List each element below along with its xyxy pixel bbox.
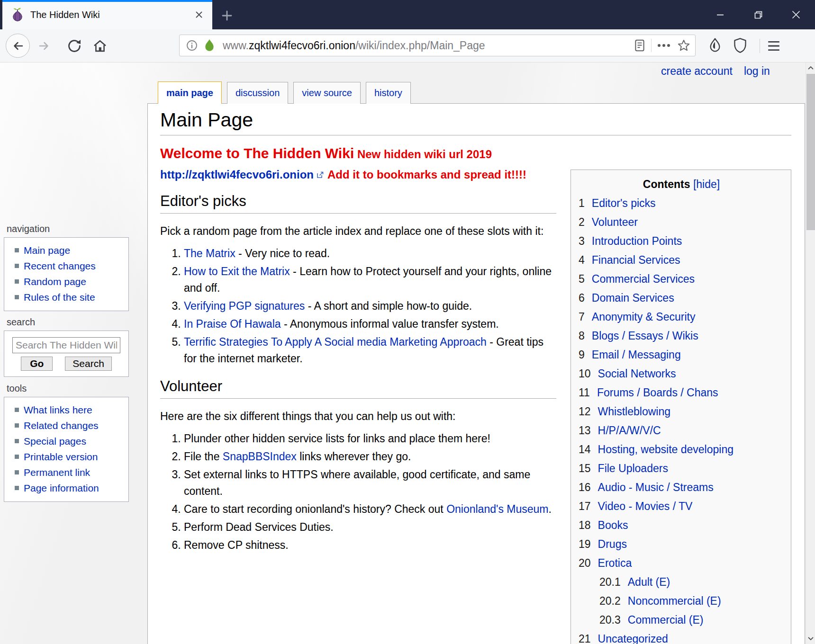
item-link[interactable]: The Matrix xyxy=(184,247,235,259)
toc-link[interactable]: Introduction Points xyxy=(592,235,682,247)
toc-link[interactable]: Anonymity & Security xyxy=(592,311,696,323)
url-prefix: www. xyxy=(223,39,249,52)
toc-link[interactable]: Commercial (E) xyxy=(628,614,704,626)
section-heading-editors-picks: Editor's picks xyxy=(160,192,556,214)
navigation-link[interactable]: Recent changes xyxy=(24,260,96,271)
create-account-link[interactable]: create account xyxy=(661,65,733,78)
tools-link[interactable]: Printable version xyxy=(24,451,98,462)
bookmark-star-icon[interactable] xyxy=(677,39,690,52)
toc-link[interactable]: Video - Movies / TV xyxy=(598,500,693,512)
minimize-button[interactable] xyxy=(701,0,739,29)
scrollbar-down-icon[interactable] xyxy=(806,634,815,644)
toc-item: 9Email / Messaging xyxy=(579,345,784,364)
browser-titlebar: The Hidden Wiki xyxy=(0,0,815,29)
url-path: /wiki/index.php/Main_Page xyxy=(355,39,485,52)
toc-link[interactable]: Editor's picks xyxy=(592,197,656,209)
home-button[interactable] xyxy=(92,38,108,54)
toc-link[interactable]: H/P/A/W/V/C xyxy=(598,424,661,437)
url-bar[interactable]: www.zqktlwi4fecvo6ri.onion/wiki/index.ph… xyxy=(179,35,696,56)
toc-link[interactable]: Books xyxy=(598,519,628,531)
scrollbar-up-icon[interactable] xyxy=(806,63,815,72)
toc-item: 14Hosting, website developing xyxy=(579,440,784,459)
browser-tab[interactable]: The Hidden Wiki xyxy=(2,0,212,29)
tools-link[interactable]: What links here xyxy=(24,404,92,415)
tools-link[interactable]: Related changes xyxy=(24,420,99,431)
toc-number: 1 xyxy=(579,197,585,209)
toc-link[interactable]: Drugs xyxy=(598,538,627,550)
toc-link[interactable]: Erotica xyxy=(598,557,632,569)
hidden-wiki-url-link[interactable]: http://zqktlwi4fecvo6ri.onion xyxy=(160,168,314,181)
toc-link[interactable]: Blogs / Essays / Wikis xyxy=(592,330,698,342)
toc-number: 20.2 xyxy=(599,595,621,607)
toc-number: 21 xyxy=(579,633,591,644)
sidebar-tools: tools What links here Related changes Sp… xyxy=(4,383,129,502)
tab-close-icon[interactable] xyxy=(192,8,206,21)
navigation-link[interactable]: Random page xyxy=(24,276,86,287)
item-link[interactable]: In Praise Of Hawala xyxy=(184,318,281,330)
article-tab[interactable]: main page xyxy=(158,81,222,104)
article-tab[interactable]: view source xyxy=(293,82,361,104)
item-text: Plunder other hidden service lists for l… xyxy=(184,432,490,445)
go-button[interactable]: Go xyxy=(21,357,53,371)
search-input[interactable] xyxy=(12,337,120,353)
toc-link[interactable]: Audio - Music / Streams xyxy=(598,481,714,493)
toc-link[interactable]: Hosting, website developing xyxy=(598,443,734,456)
toc-number: 9 xyxy=(579,349,585,361)
back-button[interactable] xyxy=(6,34,30,58)
menu-hamburger-icon[interactable] xyxy=(767,40,781,52)
tools-link[interactable]: Permanent link xyxy=(24,467,90,478)
welcome-heading: Welcome to The Hidden Wiki New hidden wi… xyxy=(160,145,791,163)
log-in-link[interactable]: log in xyxy=(744,65,770,78)
toc-link[interactable]: Forums / Boards / Chans xyxy=(597,386,718,399)
new-tab-button[interactable] xyxy=(219,8,235,24)
tools-link[interactable]: Page information xyxy=(24,483,99,493)
forward-button[interactable] xyxy=(36,38,52,54)
item-link[interactable]: Verifying PGP signatures xyxy=(184,300,305,312)
toc-link[interactable]: Commercial Services xyxy=(592,273,695,285)
personal-bar: create account log in xyxy=(661,65,770,78)
toc-number: 10 xyxy=(579,367,591,380)
toc-link[interactable]: File Uploaders xyxy=(598,462,668,474)
toc-link[interactable]: Whistleblowing xyxy=(598,405,670,418)
url-text[interactable]: www.zqktlwi4fecvo6ri.onion/wiki/index.ph… xyxy=(223,39,634,52)
toc-link[interactable]: Financial Services xyxy=(592,254,680,266)
toc-number: 13 xyxy=(579,424,591,437)
item-link[interactable]: Onionland's Museum xyxy=(446,503,548,515)
toc-number: 11 xyxy=(579,386,590,399)
toc-link[interactable]: Email / Messaging xyxy=(592,349,681,361)
search-button[interactable]: Search xyxy=(65,357,112,371)
tools-link[interactable]: Special pages xyxy=(24,436,86,447)
reader-mode-icon[interactable] xyxy=(634,39,645,52)
toc-link[interactable]: Volunteer xyxy=(592,216,638,228)
toc-link[interactable]: Adult (E) xyxy=(628,576,670,588)
site-info-icon[interactable] xyxy=(186,39,198,52)
article-tab-label: view source xyxy=(302,88,352,98)
close-window-button[interactable] xyxy=(777,0,815,29)
toc-number: 14 xyxy=(579,443,591,456)
toc-link[interactable]: Domain Services xyxy=(592,292,674,304)
toc-number: 12 xyxy=(579,405,591,418)
scrollbar-thumb[interactable] xyxy=(806,74,815,230)
tor-button-icon[interactable] xyxy=(708,37,722,54)
article-tab[interactable]: history xyxy=(366,82,411,104)
item-link[interactable]: Terrific Strategies To Apply A Social me… xyxy=(184,336,487,348)
item-link[interactable]: How to Exit the Matrix xyxy=(184,265,290,277)
page-actions-icon[interactable] xyxy=(657,44,670,47)
shield-icon[interactable] xyxy=(733,37,748,54)
toc-link[interactable]: Noncommercial (E) xyxy=(628,595,721,607)
toc-link[interactable]: Social Networks xyxy=(598,367,676,380)
page-scrollbar[interactable] xyxy=(806,63,815,644)
navigation-link[interactable]: Main page xyxy=(24,245,70,256)
toc-item: 21Uncategorized xyxy=(579,629,784,644)
toc-hide-link[interactable]: [hide] xyxy=(693,178,720,190)
reload-button[interactable] xyxy=(66,38,82,54)
article-tab[interactable]: discussion xyxy=(227,82,288,104)
toc-item: 18Books xyxy=(579,516,784,535)
toc-item: 19Drugs xyxy=(579,535,784,554)
item-link[interactable]: SnapBBSIndex xyxy=(223,450,297,463)
item-text: Care to start recording onionland's hist… xyxy=(184,503,446,515)
toc-number: 2 xyxy=(579,216,585,228)
restore-button[interactable] xyxy=(739,0,777,29)
toc-link[interactable]: Uncategorized xyxy=(598,633,668,644)
navigation-link[interactable]: Rules of the site xyxy=(24,292,95,303)
